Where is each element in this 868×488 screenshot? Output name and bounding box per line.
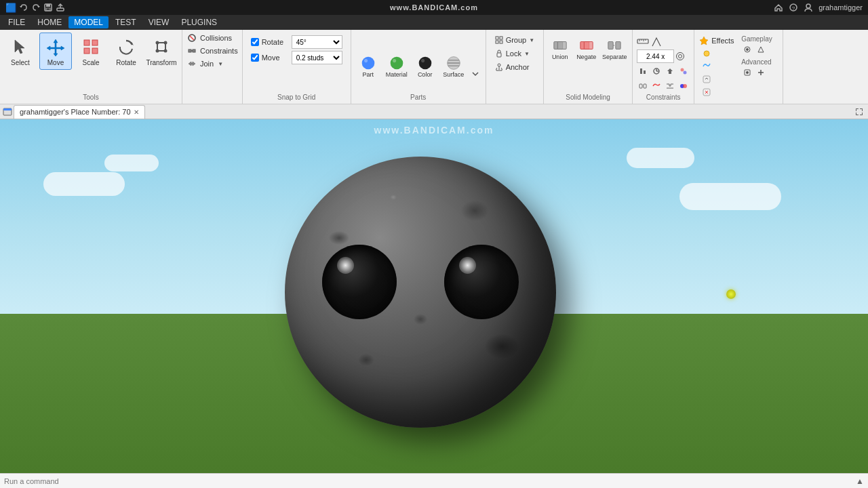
effects-sub-btn-3[interactable] bbox=[700, 73, 736, 85]
constraints-btn-8[interactable] bbox=[677, 80, 690, 92]
select-label: Select bbox=[11, 59, 30, 66]
constraints-btn-1[interactable] bbox=[637, 65, 649, 77]
svg-point-60 bbox=[684, 71, 687, 75]
user-icon[interactable] bbox=[804, 3, 813, 12]
svg-rect-44 bbox=[608, 42, 613, 49]
constraints-btn-6[interactable] bbox=[650, 80, 663, 92]
svg-rect-67 bbox=[703, 76, 710, 83]
titlebar-watermark: www.BANDICAM.com bbox=[390, 3, 478, 12]
material-button[interactable]: Material bbox=[384, 53, 410, 81]
svg-rect-1 bbox=[46, 4, 50, 7]
rotate-snap-checkbox[interactable] bbox=[251, 38, 259, 46]
advanced-btn-1[interactable] bbox=[741, 66, 753, 79]
redo-icon[interactable] bbox=[31, 3, 41, 12]
gameplay-btn-2[interactable] bbox=[755, 43, 767, 56]
collisions-icon bbox=[186, 33, 197, 43]
effects-sub-btn-4[interactable] bbox=[700, 86, 736, 98]
color-button[interactable]: Color bbox=[412, 53, 438, 81]
constraints-item[interactable]: Constraints bbox=[186, 45, 238, 56]
constraints-btn-4[interactable] bbox=[677, 65, 690, 77]
settings-icon[interactable] bbox=[675, 52, 685, 61]
color-label: Color bbox=[418, 71, 433, 78]
group-label: Group bbox=[506, 36, 527, 44]
svg-rect-34 bbox=[496, 41, 498, 43]
constraints-label: Constraints bbox=[200, 47, 238, 55]
svg-rect-2 bbox=[46, 8, 50, 10]
advanced-btn-2[interactable] bbox=[755, 66, 767, 79]
question-icon[interactable]: ? bbox=[789, 3, 798, 12]
parts-expand-button[interactable] bbox=[469, 68, 481, 80]
part-label: Part bbox=[362, 71, 374, 78]
scale-button[interactable]: Scale bbox=[75, 33, 107, 70]
move-icon bbox=[45, 36, 66, 58]
undo-icon[interactable] bbox=[19, 3, 28, 12]
upload-icon[interactable] bbox=[56, 3, 65, 12]
svg-point-52 bbox=[679, 55, 682, 58]
move-button[interactable]: Move bbox=[39, 33, 72, 70]
svg-rect-10 bbox=[92, 48, 98, 54]
viewport: www.BANDICAM.com bbox=[0, 119, 868, 473]
svg-point-6 bbox=[806, 4, 810, 8]
separate-button[interactable]: Separate bbox=[601, 35, 628, 63]
command-arrow[interactable]: ▲ bbox=[856, 476, 864, 486]
svg-rect-36 bbox=[497, 53, 501, 57]
expand-viewport-button[interactable] bbox=[853, 106, 865, 118]
lock-icon bbox=[495, 49, 503, 58]
surface-icon bbox=[446, 56, 461, 70]
menu-model[interactable]: MODEL bbox=[68, 16, 108, 28]
group-button[interactable]: Group ▼ bbox=[490, 34, 540, 46]
solid-modeling-section: Union Negate Separate Solid Modeling bbox=[544, 30, 633, 104]
join-dropdown-arrow[interactable]: ▼ bbox=[218, 61, 223, 67]
tools-section-label: Tools bbox=[4, 92, 178, 101]
anchor-icon bbox=[495, 63, 503, 71]
menu-test[interactable]: TEST bbox=[110, 16, 142, 28]
transform-button[interactable]: Transform bbox=[145, 33, 178, 70]
effects-sub-btn-1[interactable] bbox=[700, 47, 736, 60]
anchor-button[interactable]: Anchor bbox=[490, 61, 540, 73]
negate-button[interactable]: Negate bbox=[574, 35, 598, 63]
tab-close-button[interactable]: ✕ bbox=[134, 108, 139, 116]
svg-point-22 bbox=[390, 57, 403, 70]
move-snap-checkbox[interactable] bbox=[251, 54, 259, 62]
collisions-item[interactable]: Collisions bbox=[186, 33, 238, 43]
union-button[interactable]: Union bbox=[548, 35, 572, 63]
svg-rect-17 bbox=[189, 49, 191, 52]
move-label: Move bbox=[47, 59, 64, 66]
menu-view[interactable]: VIEW bbox=[143, 16, 175, 28]
solid-modeling-label: Solid Modeling bbox=[548, 92, 628, 101]
menu-home[interactable]: HOME bbox=[32, 16, 67, 28]
constraints-value-input[interactable] bbox=[637, 49, 674, 63]
rotate-snap-dropdown[interactable]: 45° 90° 30° bbox=[292, 35, 342, 49]
constraints-btn-2[interactable] bbox=[650, 65, 663, 77]
svg-rect-3 bbox=[57, 8, 64, 11]
move-snap-dropdown[interactable]: 0.2 studs 1 stud 0.5 studs bbox=[292, 51, 342, 64]
material-label: Material bbox=[386, 71, 408, 78]
command-input[interactable] bbox=[4, 477, 856, 485]
effects-sub-btn-2[interactable] bbox=[700, 60, 736, 73]
gameplay-btn-1[interactable] bbox=[741, 43, 753, 56]
move-snap-label: Move bbox=[262, 54, 289, 62]
svg-point-70 bbox=[746, 48, 749, 51]
select-button[interactable]: Select bbox=[4, 33, 37, 70]
material-icon bbox=[389, 56, 404, 70]
svg-point-25 bbox=[421, 59, 425, 62]
titlebar-right: ? grahamtigger bbox=[774, 3, 863, 12]
join-icon bbox=[186, 58, 197, 69]
home-icon[interactable] bbox=[774, 3, 783, 12]
svg-rect-54 bbox=[640, 68, 642, 74]
menu-file[interactable]: FILE bbox=[3, 16, 31, 28]
svg-rect-55 bbox=[644, 70, 646, 74]
lock-button[interactable]: Lock ▼ bbox=[490, 47, 540, 60]
constraints-btn-3[interactable] bbox=[664, 65, 676, 77]
save-icon[interactable] bbox=[43, 3, 53, 12]
surface-button[interactable]: Surface bbox=[441, 53, 467, 81]
rotate-button[interactable]: Rotate bbox=[110, 33, 142, 70]
constraints-icon bbox=[186, 45, 197, 56]
constraints-btn-7[interactable] bbox=[664, 80, 676, 92]
join-item[interactable]: Join ▼ bbox=[186, 58, 238, 69]
parts-label: Parts bbox=[355, 92, 481, 101]
part-button[interactable]: Part bbox=[355, 53, 381, 81]
active-tab[interactable]: grahamtigger's Place Number: 70 ✕ bbox=[14, 105, 145, 119]
constraints-btn-5[interactable] bbox=[637, 80, 649, 92]
menu-plugins[interactable]: PLUGINS bbox=[176, 16, 222, 28]
